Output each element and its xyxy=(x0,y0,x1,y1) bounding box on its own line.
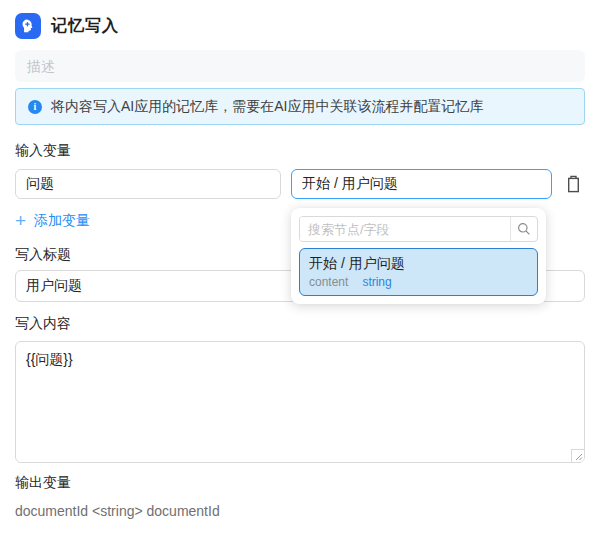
info-icon: i xyxy=(28,100,42,114)
delete-variable-button[interactable] xyxy=(564,173,583,195)
memory-node-icon xyxy=(15,13,41,39)
output-variable-value: documentId <string> documentId xyxy=(15,503,585,519)
write-content-textarea[interactable]: {{问题}} xyxy=(15,341,585,463)
add-variable-button[interactable]: + 添加变量 xyxy=(15,212,90,230)
dropdown-option[interactable]: 开始 / 用户问题 content string xyxy=(299,248,538,296)
option-title: 开始 / 用户问题 xyxy=(309,255,528,272)
page-title: 记忆写入 xyxy=(51,16,119,37)
panel-header: 记忆写入 xyxy=(15,13,585,39)
info-banner: i 将内容写入AI应用的记忆库，需要在AI应用中关联该流程并配置记忆库 xyxy=(15,88,585,125)
write-content-field: {{问题}} xyxy=(15,341,585,463)
search-icon[interactable] xyxy=(510,217,537,241)
memory-write-node-panel: 记忆写入 i 将内容写入AI应用的记忆库，需要在AI应用中关联该流程并配置记忆库… xyxy=(0,0,600,519)
variable-value-select[interactable]: 开始 / 用户问题 xyxy=(291,169,552,199)
output-variables-label: 输出变量 xyxy=(15,474,585,490)
trash-icon xyxy=(566,175,581,193)
dropdown-search-input[interactable] xyxy=(300,217,510,241)
variable-row: 开始 / 用户问题 开始 / 用户问题 xyxy=(15,169,585,199)
resize-handle-icon[interactable] xyxy=(571,449,584,462)
variable-name-input[interactable] xyxy=(15,169,281,199)
plus-icon: + xyxy=(15,213,26,229)
option-field-type: string xyxy=(362,275,391,289)
description-input[interactable] xyxy=(15,50,585,82)
dropdown-search xyxy=(299,216,538,242)
info-banner-text: 将内容写入AI应用的记忆库，需要在AI应用中关联该流程并配置记忆库 xyxy=(51,98,483,116)
write-content-label: 写入内容 xyxy=(15,315,585,331)
add-variable-label: 添加变量 xyxy=(34,212,90,230)
variable-dropdown: 开始 / 用户问题 content string xyxy=(291,208,546,304)
option-meta: content string xyxy=(309,275,528,289)
option-field-name: content xyxy=(309,275,348,289)
input-variables-label: 输入变量 xyxy=(15,142,585,158)
